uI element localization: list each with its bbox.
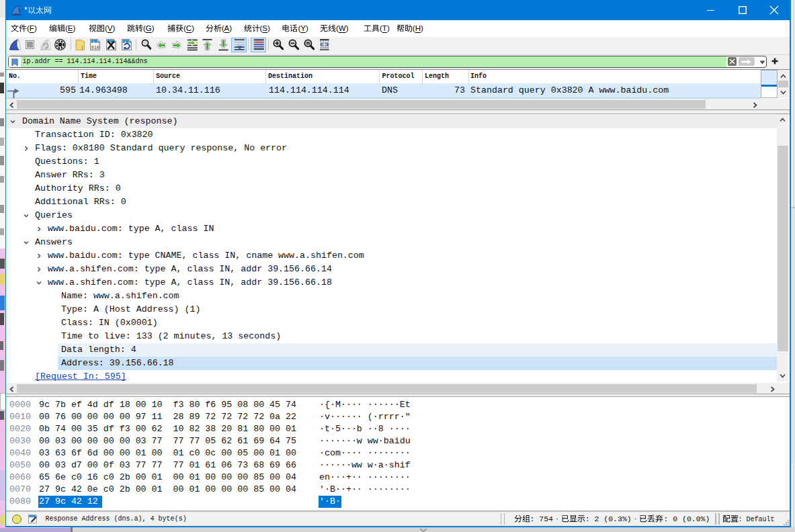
- svg-text:010: 010: [91, 46, 99, 50]
